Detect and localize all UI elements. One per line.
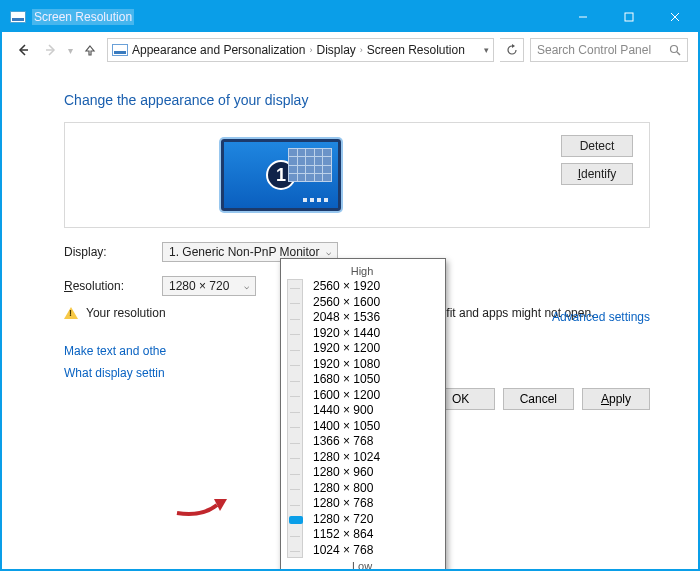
resolution-option[interactable]: 2560 × 1600 — [311, 295, 380, 311]
monitor-pattern-icon — [288, 148, 332, 182]
resolution-value: 1280 × 720 — [169, 279, 229, 293]
resolution-option[interactable]: 1280 × 720 — [311, 512, 380, 528]
slider-thumb[interactable] — [289, 516, 303, 524]
breadcrumb-item[interactable]: Display — [316, 43, 355, 57]
annotation-arrow-icon — [172, 491, 232, 524]
resolution-option[interactable]: 1920 × 1440 — [311, 326, 380, 342]
detect-button[interactable]: Detect — [561, 135, 633, 157]
slider-low-label: Low — [287, 560, 437, 571]
nav-row: ▾ Appearance and Personalization › Displ… — [2, 32, 698, 68]
chevron-right-icon: › — [360, 45, 363, 55]
resolution-option[interactable]: 1680 × 1050 — [311, 372, 380, 388]
history-dropdown[interactable]: ▾ — [68, 45, 73, 56]
resolution-option[interactable]: 1440 × 900 — [311, 403, 380, 419]
resolution-option[interactable]: 1280 × 768 — [311, 496, 380, 512]
breadcrumb-item[interactable]: Appearance and Personalization — [132, 43, 305, 57]
resolution-list: 2560 × 19202560 × 16002048 × 15361920 × … — [311, 279, 380, 558]
svg-line-7 — [677, 52, 680, 55]
advanced-settings-link[interactable]: Advanced settings — [552, 310, 650, 324]
warning-text-pre: Your resolution — [86, 306, 166, 320]
monitor-dots-icon — [303, 198, 328, 202]
resolution-option[interactable]: 1366 × 768 — [311, 434, 380, 450]
display-preview: 1 Detect Identify — [64, 122, 650, 228]
maximize-button[interactable] — [606, 2, 652, 32]
up-button[interactable] — [79, 39, 101, 61]
search-placeholder: Search Control Panel — [537, 43, 651, 57]
resolution-select[interactable]: 1280 × 720 ⌵ — [162, 276, 256, 296]
footer-buttons: OK Cancel Apply — [427, 388, 650, 410]
search-input[interactable]: Search Control Panel — [530, 38, 688, 62]
window-title: Screen Resolution — [32, 9, 134, 25]
resolution-option[interactable]: 1280 × 800 — [311, 481, 380, 497]
resolution-slider[interactable] — [287, 279, 303, 558]
close-button[interactable] — [652, 2, 698, 32]
minimize-button[interactable] — [560, 2, 606, 32]
monitor-thumbnail[interactable]: 1 — [221, 139, 341, 211]
address-bar[interactable]: Appearance and Personalization › Display… — [107, 38, 494, 62]
breadcrumb-item[interactable]: Screen Resolution — [367, 43, 465, 57]
control-panel-icon — [112, 44, 128, 56]
resolution-dropdown[interactable]: High 2560 × 19202560 × 16002048 × 153619… — [280, 258, 446, 571]
refresh-button[interactable] — [500, 38, 524, 62]
forward-button[interactable] — [40, 39, 62, 61]
warning-icon — [64, 307, 78, 319]
resolution-label: Resolution: — [64, 279, 148, 293]
resolution-option[interactable]: 1152 × 864 — [311, 527, 380, 543]
resolution-option[interactable]: 2560 × 1920 — [311, 279, 380, 295]
chevron-right-icon: › — [309, 45, 312, 55]
resolution-option[interactable]: 1280 × 1024 — [311, 450, 380, 466]
resolution-option[interactable]: 2048 × 1536 — [311, 310, 380, 326]
resolution-option[interactable]: 1024 × 768 — [311, 543, 380, 559]
search-icon — [669, 44, 681, 56]
titlebar: Screen Resolution — [2, 2, 698, 32]
window-controls — [560, 2, 698, 32]
page-heading: Change the appearance of your display — [64, 92, 650, 108]
resolution-option[interactable]: 1400 × 1050 — [311, 419, 380, 435]
back-button[interactable] — [12, 39, 34, 61]
apply-button[interactable]: Apply — [582, 388, 650, 410]
resolution-option[interactable]: 1280 × 960 — [311, 465, 380, 481]
display-value: 1. Generic Non-PnP Monitor — [169, 245, 320, 259]
cancel-button[interactable]: Cancel — [503, 388, 574, 410]
chevron-down-icon[interactable]: ▾ — [484, 45, 489, 55]
control-panel-icon — [10, 11, 26, 23]
chevron-down-icon: ⌵ — [326, 247, 331, 257]
resolution-option[interactable]: 1920 × 1200 — [311, 341, 380, 357]
chevron-down-icon: ⌵ — [244, 281, 249, 291]
display-label: Display: — [64, 245, 148, 259]
slider-high-label: High — [287, 265, 437, 277]
identify-button[interactable]: Identify — [561, 163, 633, 185]
resolution-option[interactable]: 1600 × 1200 — [311, 388, 380, 404]
resolution-option[interactable]: 1920 × 1080 — [311, 357, 380, 373]
svg-point-6 — [671, 46, 678, 53]
svg-rect-1 — [625, 13, 633, 21]
